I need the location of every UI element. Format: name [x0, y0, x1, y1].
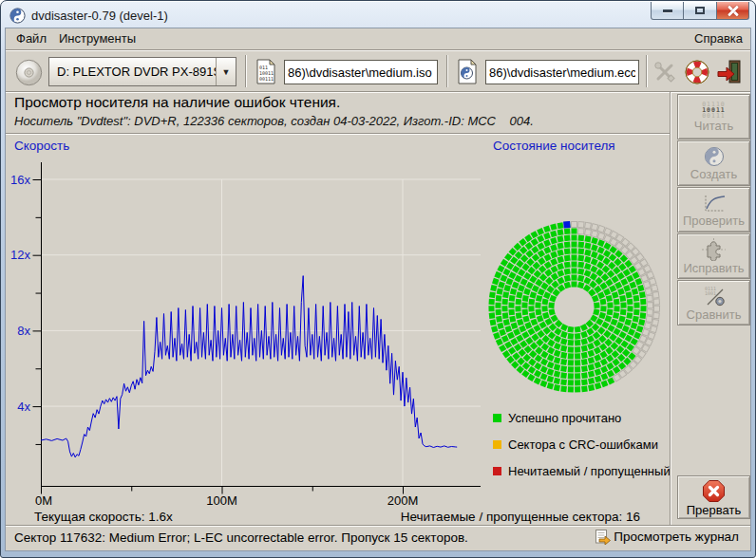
divider [6, 133, 671, 135]
stop-octagon-icon [702, 479, 726, 503]
minimize-icon [663, 9, 672, 12]
divider [245, 55, 247, 87]
create-button[interactable]: Создать [677, 140, 750, 186]
titlebar: dvdisaster-0.79 (devel-1) [9, 6, 168, 25]
svg-text:0M: 0M [35, 493, 52, 508]
legend-swatch-green [493, 414, 501, 422]
verify-button-label: Проверить [683, 214, 745, 227]
view-log-link[interactable]: Просмотреть журнал [595, 529, 739, 545]
stop-button[interactable]: Прервать [677, 475, 750, 519]
menu-tools[interactable]: Инструменты [59, 31, 136, 46]
menu-help[interactable]: Справка [694, 31, 743, 46]
menubar: Файл Инструменты Справка [6, 28, 750, 49]
app-icon [9, 8, 26, 24]
verify-curve-icon [702, 194, 727, 214]
log-document-icon [595, 529, 611, 545]
ecc-path-input[interactable] [485, 60, 639, 84]
svg-text:00111: 00111 [259, 76, 274, 82]
compare-percent-icon: 01111001 [702, 285, 727, 307]
window-title: dvdisaster-0.79 (devel-1) [31, 9, 168, 23]
ecc-file-icon [456, 59, 479, 84]
legend-label: Сектора с CRC-ошибками [508, 437, 658, 452]
drive-select[interactable]: D: PLEXTOR DVDR PX-891SAF ▼ [48, 57, 236, 86]
legend-swatch-red [493, 467, 501, 475]
unreadable-sectors-status: Нечитаемые / пропущенные сектора: 16 [401, 510, 640, 524]
maximize-button[interactable] [684, 2, 717, 20]
divider [6, 49, 750, 51]
divider [6, 525, 750, 527]
current-speed-status: Текущая скорость: 1.6x [34, 510, 173, 524]
create-button-label: Создать [690, 168, 737, 180]
stop-button-label: Прервать [687, 504, 741, 516]
legend-item-unreadable: Нечитаемый / пропущенный [493, 464, 671, 478]
svg-text:12x: 12x [10, 248, 30, 262]
iso-path-input[interactable] [284, 60, 438, 84]
fix-button[interactable]: Исправить [677, 233, 750, 279]
legend-label: Успешно прочитано [508, 411, 621, 425]
compare-button[interactable]: 01111001 Сравнить [677, 280, 750, 326]
cd-drive-icon[interactable] [13, 57, 45, 88]
binary-read-icon: 01110 10011 00111 [702, 102, 726, 119]
client-area: Файл Инструменты Справка D: PLEXTOR DVDR… [5, 28, 751, 551]
chevron-down-icon: ▼ [217, 58, 236, 85]
legend-label: Нечитаемый / пропущенный [508, 464, 671, 478]
svg-text:1001: 1001 [705, 290, 716, 296]
read-button[interactable]: 01110 10011 00111 Читать [677, 94, 750, 140]
help-lifebuoy-icon[interactable] [684, 59, 710, 85]
divider [670, 92, 671, 525]
svg-text:200M: 200M [387, 493, 419, 508]
app-window: dvdisaster-0.79 (devel-1) Файл Инструмен… [0, 0, 756, 558]
read-button-label: Читать [694, 120, 733, 132]
svg-text:16x: 16x [10, 173, 30, 187]
legend-swatch-orange [493, 440, 501, 449]
preferences-tools-icon[interactable] [652, 60, 677, 84]
close-button[interactable] [717, 2, 749, 20]
sector-error-message: Сектор 117632: Medium Error; L-EC uncorr… [14, 530, 468, 545]
media-state-disc [485, 218, 666, 399]
media-state-label: Состояние носителя [493, 139, 615, 153]
divider [646, 55, 648, 87]
window-controls [651, 2, 749, 20]
svg-text:100M: 100M [206, 493, 237, 508]
exit-door-icon[interactable] [716, 59, 743, 84]
verify-button[interactable]: Проверить [677, 187, 750, 232]
close-icon [728, 5, 739, 16]
menu-file[interactable]: Файл [16, 31, 47, 46]
page-title: Просмотр носителя на наличие ошибок чтен… [14, 94, 340, 111]
minimize-button[interactable] [651, 2, 684, 20]
legend-item-crc: Сектора с CRC-ошибками [493, 437, 658, 452]
compare-button-label: Сравнить [687, 308, 742, 321]
drive-select-value: D: PLEXTOR DVDR PX-891SAF [49, 58, 217, 85]
svg-text:8x: 8x [17, 324, 30, 338]
puzzle-icon [702, 238, 726, 261]
iso-file-icon: 0111001100111 [255, 59, 277, 84]
svg-text:4x: 4x [17, 400, 30, 414]
fix-button-label: Исправить [683, 262, 744, 274]
media-info: Носитель "Dvdtest": DVD+R, 122336 сектор… [14, 114, 534, 128]
divider [6, 91, 750, 93]
yin-yang-icon [704, 146, 725, 167]
speed-chart: 16x12x8x4x0M100M200M [6, 153, 490, 509]
maximize-icon [695, 7, 705, 14]
view-log-label: Просмотреть журнал [614, 530, 739, 544]
legend-item-read: Успешно прочитано [493, 411, 621, 425]
divider [446, 55, 448, 87]
speed-chart-label: Скорость [14, 139, 69, 153]
